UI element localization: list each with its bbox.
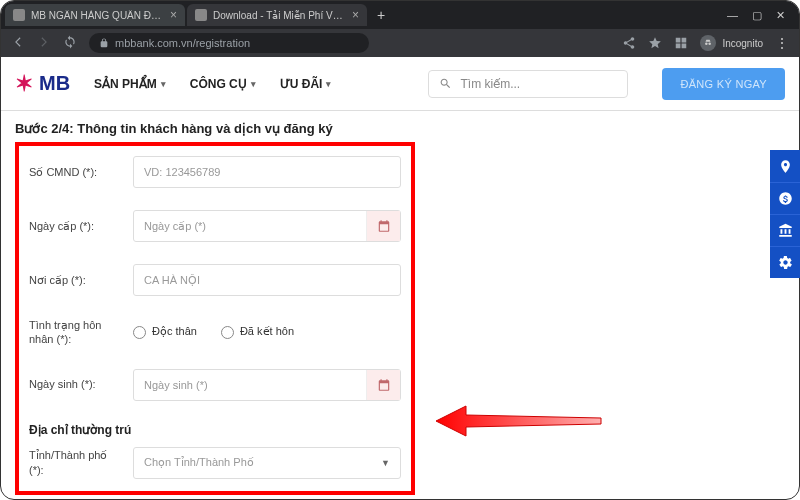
site-header: ✶ MB SẢN PHẨM CÔNG CỤ ƯU ĐÃI Tìm kiếm...… [1, 57, 799, 111]
widget-settings[interactable] [770, 246, 800, 278]
nav-offers[interactable]: ƯU ĐÃI [280, 77, 332, 91]
registration-form: Số CMND (*): VD: 123456789 Ngày cấp (*):… [15, 142, 415, 495]
nav-label: SẢN PHẨM [94, 77, 157, 91]
dob-label: Ngày sinh (*): [29, 377, 117, 391]
calendar-icon[interactable] [366, 211, 400, 241]
id-number-input[interactable]: VD: 123456789 [133, 156, 401, 188]
tab-title: Download - Tải Miễn Phí VN - P [213, 10, 346, 21]
new-tab-button[interactable]: + [369, 7, 393, 23]
input-placeholder: VD: 123456789 [144, 166, 220, 178]
logo-star-icon: ✶ [15, 71, 33, 97]
extensions-icon[interactable] [674, 36, 688, 50]
floating-widgets [770, 150, 800, 278]
widget-location[interactable] [770, 150, 800, 182]
input-placeholder: CA HÀ NỘI [144, 274, 200, 287]
tab-favicon [13, 9, 25, 21]
svg-point-1 [709, 43, 712, 46]
search-placeholder: Tìm kiếm... [460, 77, 520, 91]
url-input[interactable]: mbbank.com.vn/registration [89, 33, 369, 53]
tab-title: MB NGÂN HÀNG QUÂN ĐỘI | M [31, 10, 164, 21]
register-button[interactable]: ĐĂNG KÝ NGAY [662, 68, 785, 100]
bank-icon [778, 223, 793, 238]
window-controls: — ▢ ✕ [727, 9, 795, 22]
minimize-icon[interactable]: — [727, 9, 738, 22]
browser-tab-1[interactable]: MB NGÂN HÀNG QUÂN ĐỘI | M × [5, 4, 185, 26]
tab-favicon [195, 9, 207, 21]
incognito-indicator[interactable]: Incognito [700, 35, 763, 51]
browser-tab-2[interactable]: Download - Tải Miễn Phí VN - P × [187, 4, 367, 26]
radio-icon [221, 326, 234, 339]
reload-button[interactable] [63, 35, 77, 51]
gear-icon [778, 255, 793, 270]
marital-status-label: Tình trạng hôn nhân (*): [29, 318, 117, 347]
issue-date-input[interactable]: Ngày cấp (*) [133, 210, 401, 242]
province-select[interactable]: Chọn Tỉnh/Thành Phố ▼ [133, 447, 401, 479]
svg-point-0 [705, 43, 708, 46]
widget-currency[interactable] [770, 182, 800, 214]
province-label: Tỉnh/Thành phố (*): [29, 448, 117, 477]
maximize-icon[interactable]: ▢ [752, 9, 762, 22]
close-icon[interactable]: × [170, 8, 177, 22]
annotation-arrow [436, 401, 606, 445]
logo[interactable]: ✶ MB [15, 71, 70, 97]
svg-marker-2 [436, 406, 601, 436]
calendar-icon[interactable] [366, 370, 400, 400]
radio-label: Đã kết hôn [240, 325, 294, 338]
incognito-icon [700, 35, 716, 51]
address-section-title: Địa chỉ thường trú [29, 423, 401, 437]
input-placeholder: Ngày sinh (*) [144, 379, 208, 391]
select-placeholder: Chọn Tỉnh/Thành Phố [144, 456, 254, 469]
cta-label: ĐĂNG KÝ NGAY [680, 78, 767, 90]
widget-bank[interactable] [770, 214, 800, 246]
search-icon [439, 77, 452, 90]
url-text: mbbank.com.vn/registration [115, 37, 250, 49]
bookmark-icon[interactable] [648, 36, 662, 50]
radio-icon [133, 326, 146, 339]
nav-label: ƯU ĐÃI [280, 77, 323, 91]
nav-products[interactable]: SẢN PHẨM [94, 77, 166, 91]
input-placeholder: Ngày cấp (*) [144, 220, 206, 233]
issue-date-label: Ngày cấp (*): [29, 219, 117, 233]
back-button[interactable] [11, 35, 25, 51]
dob-input[interactable]: Ngày sinh (*) [133, 369, 401, 401]
search-input[interactable]: Tìm kiếm... [428, 70, 628, 98]
chevron-down-icon: ▼ [381, 458, 390, 468]
menu-icon[interactable]: ⋮ [775, 35, 789, 51]
close-window-icon[interactable]: ✕ [776, 9, 785, 22]
forward-button[interactable] [37, 35, 51, 51]
lock-icon [99, 38, 109, 48]
browser-address-bar: mbbank.com.vn/registration Incognito ⋮ [1, 29, 799, 57]
location-icon [778, 159, 793, 174]
share-icon[interactable] [622, 36, 636, 50]
radio-label: Độc thân [152, 325, 197, 338]
nav-label: CÔNG CỤ [190, 77, 247, 91]
page-content: Bước 2/4: Thông tin khách hàng và dịch v… [1, 111, 799, 500]
step-title: Bước 2/4: Thông tin khách hàng và dịch v… [15, 121, 785, 136]
id-number-label: Số CMND (*): [29, 165, 117, 179]
nav-tools[interactable]: CÔNG CỤ [190, 77, 256, 91]
radio-single[interactable]: Độc thân [133, 325, 197, 339]
close-icon[interactable]: × [352, 8, 359, 22]
issue-place-input[interactable]: CA HÀ NỘI [133, 264, 401, 296]
dollar-icon [778, 191, 793, 206]
issue-place-label: Nơi cấp (*): [29, 273, 117, 287]
brand-text: MB [39, 72, 70, 95]
browser-tab-strip: MB NGÂN HÀNG QUÂN ĐỘI | M × Download - T… [1, 1, 799, 29]
radio-married[interactable]: Đã kết hôn [221, 325, 294, 339]
incognito-label: Incognito [722, 38, 763, 49]
